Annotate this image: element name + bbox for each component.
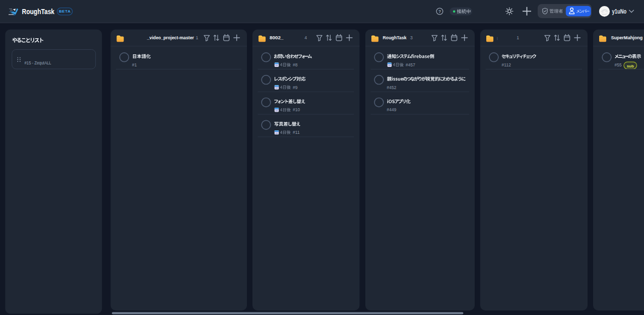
svg-text:y1uNo: y1uNo [612,8,627,15]
svg-text:SuperMahjong: SuperMahjong [611,35,642,40]
svg-text:8002_: 8002_ [270,35,284,40]
svg-text:#10: #10 [293,107,300,112]
svg-text:RoughTask: RoughTask [382,35,407,40]
svg-text:1: 1 [196,35,199,40]
svg-text:#8: #8 [293,62,298,67]
svg-text:#1: #1 [132,62,137,67]
svg-text:#452: #452 [387,85,397,90]
svg-text:#112: #112 [502,62,511,67]
svg-text:#55: #55 [615,62,622,67]
svg-text:sub: sub [627,64,634,68]
svg-text:_video_project-master: _video_project-master [147,35,195,40]
svg-text:3: 3 [410,35,413,40]
svg-text:BETA: BETA [59,9,71,14]
svg-text:#15 - ZequtALL: #15 - ZequtALL [25,60,51,65]
svg-text:?: ? [438,9,441,14]
svg-text:4: 4 [304,35,307,40]
svg-text:RoughTask: RoughTask [22,8,55,16]
svg-text:#11: #11 [293,130,300,135]
svg-text:#457: #457 [406,62,415,67]
svg-text:#449: #449 [387,107,397,112]
svg-text:#9: #9 [293,85,298,90]
svg-text:1: 1 [517,35,519,40]
